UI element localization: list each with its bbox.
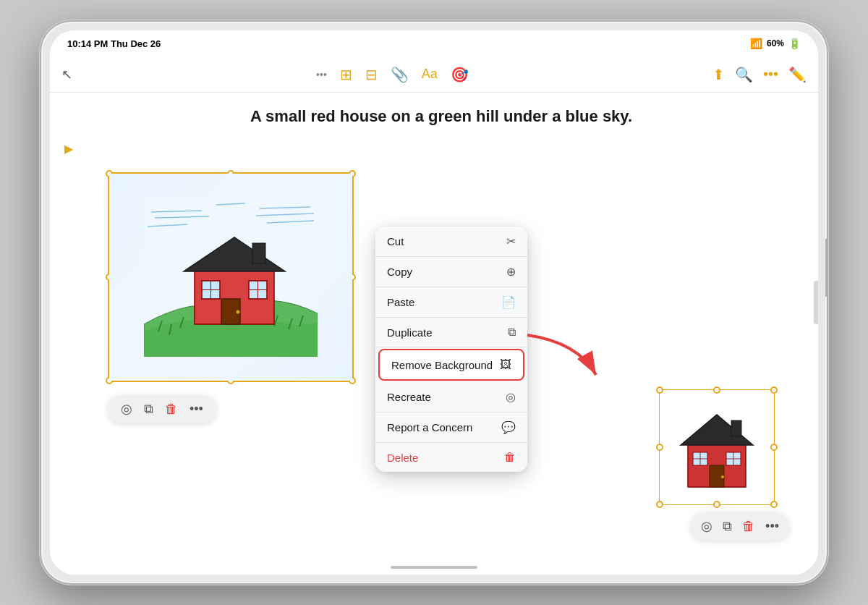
s-handle-bottom-left [656,501,663,508]
svg-point-24 [237,310,240,314]
table-icon[interactable]: ⊟ [365,66,378,83]
recreate-icon: ◎ [506,390,516,404]
menu-item-paste[interactable]: Paste 📄 [375,287,527,318]
duplicate-label: Duplicate [387,326,433,339]
report-label: Report a Concern [387,421,472,433]
note-content: ▶ A small red house on a green hill unde… [50,93,818,575]
delete-icon: 🗑 [504,451,516,464]
menu-item-copy[interactable]: Copy ⊕ [375,257,527,287]
play-button[interactable]: ▶ [64,142,79,156]
context-menu: Cut ✂ Copy ⊕ Paste 📄 Duplicate ⧉ Remove … [375,227,527,472]
main-image-container[interactable] [108,172,354,382]
s-duplicate-icon[interactable]: ⧉ [723,519,732,534]
s-view-icon[interactable]: ◎ [701,518,712,534]
battery-text: 60% [767,38,784,48]
s-handle-top-left [656,386,663,394]
recreate-label: Recreate [387,391,431,403]
s-handle-mid-right [770,444,778,451]
toolbar-left: ↖ [61,67,72,82]
menu-item-remove-bg[interactable]: Remove Background 🖼 [378,349,524,381]
search-icon[interactable]: 🔍 [735,66,753,83]
status-bar: 10:14 PM Thu Dec 26 📶 60% 🔋 [50,30,818,56]
s-handle-top-mid [713,386,720,394]
svg-rect-29 [731,420,741,436]
side-button [40,166,41,203]
menu-item-report[interactable]: Report a Concern 💬 [375,412,527,443]
second-image-toolbar: ◎ ⧉ 🗑 ••• [691,512,789,540]
target-icon[interactable]: 🎯 [451,66,469,83]
view-icon[interactable]: ◎ [121,401,132,417]
cut-label: Cut [387,235,404,248]
battery-icon: 🔋 [788,38,801,49]
share-icon[interactable]: ⬆ [712,66,725,83]
menu-item-cut[interactable]: Cut ✂ [375,227,527,257]
image-toolbar: ◎ ⧉ 🗑 ••• [108,395,216,423]
status-time: 10:14 PM Thu Dec 26 [67,38,161,49]
toolbar-dots: ••• [316,69,327,80]
cut-icon: ✂ [506,234,516,248]
s-handle-bottom-mid [713,501,720,508]
app-toolbar: ↖ ••• ⊞ ⊟ 📎 Aa 🎯 ⬆ 🔍 ••• ✏️ [50,56,818,93]
svg-point-37 [721,475,724,478]
copy-label: Copy [387,266,412,278]
more-icon[interactable]: ••• [763,66,778,82]
screen: 10:14 PM Thu Dec 26 📶 60% 🔋 ↖ ••• ⊞ ⊟ 📎 … [50,30,818,575]
scroll-indicator [814,281,818,324]
svg-rect-16 [252,243,265,263]
paste-label: Paste [387,296,414,308]
edit-icon[interactable]: ✏️ [788,66,807,83]
attach-icon[interactable]: 📎 [391,66,409,83]
s-handle-top-right [770,386,778,394]
text-icon[interactable]: Aa [422,67,438,82]
menu-item-delete[interactable]: Delete 🗑 [375,443,527,472]
menu-item-duplicate[interactable]: Duplicate ⧉ [375,318,527,347]
second-image-container[interactable] [659,389,775,505]
remove-bg-label: Remove Background [391,359,493,371]
wifi-icon: 📶 [750,38,762,49]
more-icon[interactable]: ••• [190,402,203,417]
note-title: A small red house on a green hill under … [72,107,796,126]
s-handle-bottom-right [770,501,778,508]
delete-icon[interactable]: 🗑 [165,402,178,417]
format-icon[interactable]: ⊞ [340,66,352,83]
house-nobg-image [660,390,774,504]
paste-icon: 📄 [501,295,516,309]
toolbar-right: ⬆ 🔍 ••• ✏️ [712,66,807,83]
s-delete-icon[interactable]: 🗑 [742,519,755,534]
s-more-icon[interactable]: ••• [765,519,779,534]
duplicate-icon: ⧉ [508,326,516,339]
house-sketch-image [109,174,352,381]
home-indicator [391,566,477,569]
s-handle-mid-left [656,444,663,451]
status-icons: 📶 60% 🔋 [750,38,801,49]
side-scroll [825,239,828,297]
ipad-frame: 10:14 PM Thu Dec 26 📶 60% 🔋 ↖ ••• ⊞ ⊟ 📎 … [40,20,828,585]
delete-label: Delete [387,452,418,464]
copy-icon: ⊕ [506,265,516,279]
menu-item-recreate[interactable]: Recreate ◎ [375,382,527,412]
arrow-indicator [520,328,607,389]
toolbar-center: ••• ⊞ ⊟ 📎 Aa 🎯 [80,66,705,83]
cursor-icon[interactable]: ↖ [61,67,72,82]
duplicate-icon[interactable]: ⧉ [144,402,153,417]
remove-bg-icon: 🖼 [500,358,511,371]
report-icon: 💬 [501,420,516,434]
